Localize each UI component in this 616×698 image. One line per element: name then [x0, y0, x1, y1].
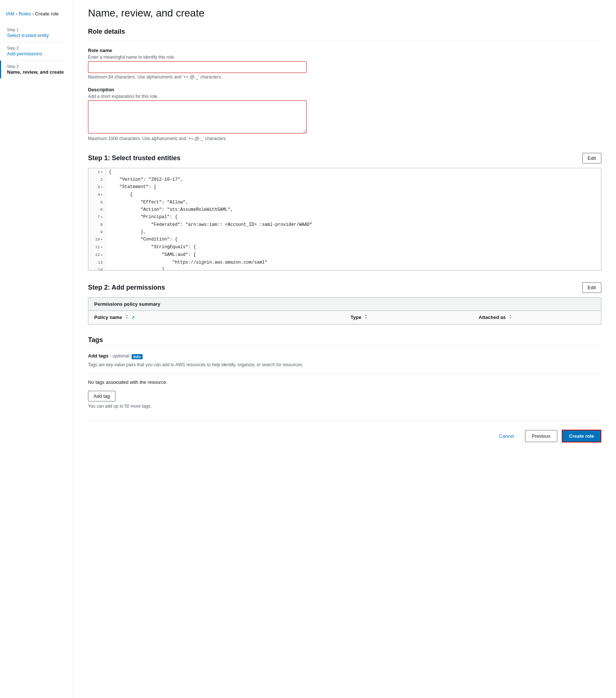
code-line-num: 8: [88, 221, 106, 228]
tags-inner-divider: [88, 373, 601, 374]
col-type-header[interactable]: Type: [345, 311, 473, 324]
code-line-content: {: [106, 191, 136, 199]
code-line-num: 13: [88, 259, 106, 266]
policy-sort-icon[interactable]: [125, 315, 129, 320]
code-line-content: "Statement": [: [106, 183, 160, 191]
code-line-content: "Condition": {: [106, 236, 180, 243]
description-label: Description: [88, 87, 601, 92]
tags-subtitle-row: Add tags - optional Info: [88, 353, 601, 360]
create-role-button[interactable]: Create role: [562, 430, 601, 442]
sidebar-step-1[interactable]: Step 1 Select trusted entity: [0, 24, 73, 42]
step1-edit-button[interactable]: Edit: [582, 153, 601, 164]
step2-edit-button[interactable]: Edit: [582, 282, 601, 293]
code-line-content: "Principal": {: [106, 213, 180, 221]
permissions-table-header-row: Policy name ↗ Type: [88, 311, 601, 324]
code-line-num: 10: [88, 236, 106, 243]
code-line-num: 6: [88, 206, 106, 213]
code-line: 13 "https://signin.aws.amazon.com/saml": [88, 259, 601, 266]
code-line: 5 "Effect": "Allow",: [88, 199, 601, 206]
role-details-divider: [88, 40, 601, 40]
code-line-content: "Action": "sts:AssumeRoleWithSAML",: [106, 206, 236, 213]
role-name-max: Maximum 64 characters. Use alphanumeric …: [88, 74, 601, 80]
code-line-content: "Version": "2012-10-17",: [106, 176, 186, 183]
step-1-number: Step 1: [7, 27, 67, 32]
code-line-num: 5: [88, 199, 106, 206]
role-name-label: Role name: [88, 48, 601, 53]
add-tag-button[interactable]: Add tag: [88, 391, 115, 401]
code-line-num: 11: [88, 243, 106, 251]
step2-section: Step 2: Add permissions Edit Permissions…: [88, 282, 601, 324]
code-line: 10 "Condition": {: [88, 236, 601, 243]
code-line: 2 "Version": "2012-10-17",: [88, 176, 601, 183]
no-tags-text: No tags associated with the resource.: [88, 379, 601, 385]
code-line: 7 "Principal": {: [88, 213, 601, 221]
code-line: 4 {: [88, 191, 601, 199]
col-type-label: Type: [351, 315, 361, 320]
role-name-group: Role name Enter a meaningful name to ide…: [88, 48, 601, 80]
col-policy-header[interactable]: Policy name ↗: [88, 311, 345, 324]
role-name-input[interactable]: [88, 61, 307, 73]
step-3-number: Step 3: [7, 64, 67, 69]
role-name-hint: Enter a meaningful name to identify this…: [88, 55, 601, 60]
role-details-section: Role details Role name Enter a meaningfu…: [88, 28, 601, 141]
main-content: Name, review, and create Role details Ro…: [73, 0, 616, 698]
step1-header: Step 1: Select trusted entities Edit: [88, 153, 601, 164]
page-title: Name, review, and create: [88, 7, 601, 19]
sidebar-step-3: Step 3 Name, review, and create: [0, 60, 73, 78]
breadcrumb-roles[interactable]: Roles: [19, 11, 31, 16]
code-line: 8 "Federated": "arn:aws:iam:: <Account_I…: [88, 221, 601, 228]
code-line: 3 "Statement": [: [88, 183, 601, 191]
breadcrumb: IAM › Roles › Create role: [0, 7, 73, 24]
permissions-table: Policy name ↗ Type: [88, 311, 601, 324]
previous-button[interactable]: Previous: [525, 430, 558, 442]
code-line-num: 1: [88, 168, 106, 176]
code-line-num: 2: [88, 176, 106, 183]
type-sort-icon[interactable]: [364, 315, 368, 320]
col-attached-header[interactable]: Attached as: [473, 311, 601, 324]
add-tags-label: Add tags - optional: [88, 353, 129, 359]
cancel-button[interactable]: Cancel: [492, 430, 520, 442]
attached-sort-icon[interactable]: [509, 315, 512, 320]
tags-section: Tags Add tags - optional Info Tags are k…: [88, 336, 601, 409]
step-3-label: Name, review, and create: [7, 69, 67, 75]
footer-actions: Cancel Previous Create role: [88, 420, 601, 442]
code-line-num: 7: [88, 213, 106, 221]
tags-description: Tags are key-value pairs that you can ad…: [88, 362, 601, 367]
description-group: Description Add a short explanation for …: [88, 87, 601, 141]
col-policy-label: Policy name: [94, 315, 122, 320]
tags-info-badge[interactable]: Info: [132, 354, 143, 359]
tags-divider: [88, 345, 601, 346]
breadcrumb-sep-1: ›: [16, 12, 17, 16]
code-line: 1 {: [88, 168, 601, 176]
breadcrumb-current: Create role: [35, 11, 59, 16]
code-line: 6 "Action": "sts:AssumeRoleWithSAML",: [88, 206, 601, 213]
code-scroll[interactable]: 1 { 2 "Version": "2012-10-17", 3 "Statem…: [88, 168, 601, 271]
breadcrumb-iam[interactable]: IAM: [6, 11, 14, 16]
code-line-content: ]: [106, 266, 167, 271]
step-1-label[interactable]: Select trusted entity: [7, 33, 67, 38]
code-line-num: 14: [88, 266, 106, 271]
code-line-content: "Effect": "Allow",: [106, 199, 191, 206]
step-2-label[interactable]: Add permissions: [7, 51, 67, 56]
code-line: 9 },: [88, 228, 601, 236]
code-line-num: 3: [88, 183, 106, 191]
step-2-number: Step 2: [7, 46, 67, 50]
sidebar-step-2[interactable]: Step 2 Add permissions: [0, 42, 73, 60]
code-block: 1 { 2 "Version": "2012-10-17", 3 "Statem…: [88, 168, 601, 271]
code-line-num: 4: [88, 191, 106, 199]
code-line-content: "StringEquals": {: [106, 243, 199, 251]
step2-title: Step 2: Add permissions: [88, 284, 165, 291]
tags-limit-hint: You can add up to 50 more tags.: [88, 404, 601, 409]
tags-title: Tags: [88, 336, 601, 344]
description-input[interactable]: [88, 100, 307, 133]
permissions-header: Permissions policy summary: [88, 298, 601, 311]
permissions-section: Permissions policy summary Policy name: [88, 297, 601, 324]
col-attached-label: Attached as: [479, 315, 506, 320]
description-max: Maximum 1000 characters. Use alphanumeri…: [88, 136, 601, 141]
description-hint: Add a short explanation for this role.: [88, 94, 601, 99]
external-link-icon: ↗: [131, 315, 135, 320]
code-line-content: },: [106, 228, 149, 236]
sidebar: IAM › Roles › Create role Step 1 Select …: [0, 0, 73, 698]
code-line-content: "https://signin.aws.amazon.com/saml": [106, 259, 270, 266]
step1-title: Step 1: Select trusted entities: [88, 154, 180, 162]
